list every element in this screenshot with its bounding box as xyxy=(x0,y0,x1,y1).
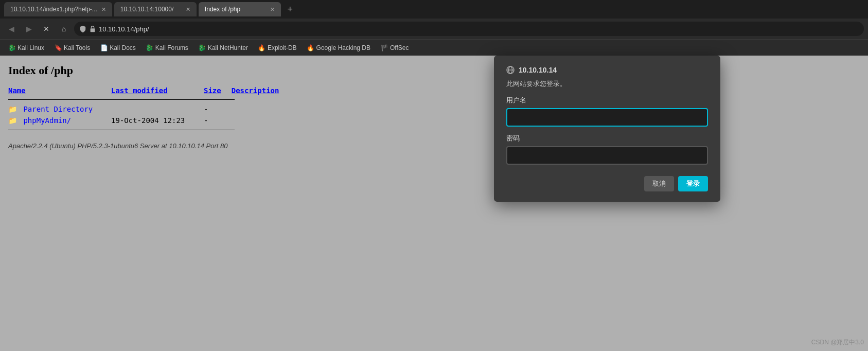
col-description[interactable]: Description xyxy=(232,85,290,96)
username-input[interactable] xyxy=(506,108,708,127)
page-title: Index of /php xyxy=(8,64,860,77)
bookmarks-bar: 🐉 Kali Linux 🔖 Kali Tools 📄 Kali Docs 🐉 … xyxy=(0,39,868,56)
bookmark-offsec-label: OffSec xyxy=(390,44,409,51)
bookmark-kali-forums[interactable]: 🐉 Kali Forums xyxy=(142,43,192,53)
auth-site-label: 10.10.10.14 xyxy=(519,66,557,74)
cancel-button[interactable]: 取消 xyxy=(644,176,674,191)
tab-bar: 10.10.10.14/index1.php?help-... ✕ 10.10.… xyxy=(0,0,868,19)
phpmyadmin-link[interactable]: phpMyAdmin/ xyxy=(23,116,71,125)
bookmark-kali-docs-label: Kali Docs xyxy=(110,44,136,51)
auth-subtitle: 此网站要求您登录。 xyxy=(506,79,708,89)
table-divider-bottom xyxy=(8,130,235,130)
bookmark-kali-nethunter[interactable]: 🐉 Kali NetHunter xyxy=(194,43,252,53)
address-bar[interactable]: 10.10.10.14/php/ xyxy=(74,22,864,36)
folder-icon: 📁 xyxy=(8,105,17,113)
bookmark-kali-tools-label: Kali Tools xyxy=(64,44,90,51)
phpmyadmin-modified: 19-Oct-2004 12:23 xyxy=(111,115,204,126)
username-label: 用户名 xyxy=(506,96,708,105)
auth-dialog: 10.10.10.14 此网站要求您登录。 用户名 密码 取消 登录 xyxy=(494,56,720,202)
stop-button[interactable]: ✕ xyxy=(39,22,54,36)
offsec-icon: 🏴 xyxy=(381,44,388,51)
tab-3-close[interactable]: ✕ xyxy=(270,6,275,13)
browser-chrome: 10.10.10.14/index1.php?help-... ✕ 10.10.… xyxy=(0,0,868,56)
directory-table: Name Last modified Size Description 📁 Pa… xyxy=(8,85,289,134)
bookmark-kali-docs[interactable]: 📄 Kali Docs xyxy=(96,43,140,53)
google-hacking-db-icon: 🔥 xyxy=(307,44,314,51)
svg-rect-0 xyxy=(91,28,95,32)
bookmark-google-hacking-db-label: Google Hacking DB xyxy=(316,44,370,51)
col-modified[interactable]: Last modified xyxy=(111,85,204,96)
parent-dir-size: - xyxy=(204,103,232,115)
col-name[interactable]: Name xyxy=(8,85,111,96)
kali-forums-icon: 🐉 xyxy=(146,44,153,51)
login-button[interactable]: 登录 xyxy=(678,176,708,191)
bookmark-kali-tools[interactable]: 🔖 Kali Tools xyxy=(50,43,94,53)
forward-icon: ▶ xyxy=(26,25,32,33)
tab-2-label: 10.10.10.14:10000/ xyxy=(120,6,173,13)
bookmark-kali-forums-label: Kali Forums xyxy=(155,44,188,51)
auth-header: 10.10.10.14 xyxy=(506,66,708,74)
server-info: Apache/2.2.4 (Ubuntu) PHP/5.2.3-1ubuntu6… xyxy=(8,142,860,150)
tab-2[interactable]: 10.10.10.14:10000/ ✕ xyxy=(114,2,197,16)
auth-buttons: 取消 登录 xyxy=(506,176,708,191)
table-divider-top xyxy=(8,99,235,100)
lock-icon xyxy=(90,25,96,32)
table-row: 📁 Parent Directory - xyxy=(8,103,289,115)
address-text: 10.10.10.14/php/ xyxy=(99,25,149,33)
security-icon xyxy=(79,25,86,32)
home-icon: ⌂ xyxy=(62,25,66,33)
password-label: 密码 xyxy=(506,134,708,143)
tab-3[interactable]: Index of /php ✕ xyxy=(199,2,281,16)
phpmyadmin-size: - xyxy=(204,115,232,126)
table-row: 📁 phpMyAdmin/ 19-Oct-2004 12:23 - xyxy=(8,115,289,126)
exploit-db-icon: 🔥 xyxy=(258,44,265,51)
tab-3-label: Index of /php xyxy=(205,6,240,13)
stop-icon: ✕ xyxy=(43,25,49,33)
parent-dir-modified xyxy=(111,103,204,115)
kali-linux-icon: 🐉 xyxy=(8,44,15,51)
bookmark-exploit-db[interactable]: 🔥 Exploit-DB xyxy=(254,43,301,53)
bookmark-exploit-db-label: Exploit-DB xyxy=(268,44,297,51)
bookmark-kali-linux[interactable]: 🐉 Kali Linux xyxy=(4,43,48,53)
page-content: Index of /php Name Last modified Size De… xyxy=(0,56,868,349)
tab-1-label: 10.10.10.14/index1.php?help-... xyxy=(10,6,97,13)
kali-docs-icon: 📄 xyxy=(100,44,108,51)
kali-nethunter-icon: 🐉 xyxy=(199,44,206,51)
home-button[interactable]: ⌂ xyxy=(57,22,71,36)
forward-button[interactable]: ▶ xyxy=(22,22,36,36)
password-input[interactable] xyxy=(506,146,708,165)
col-size[interactable]: Size xyxy=(204,85,232,96)
bookmark-google-hacking-db[interactable]: 🔥 Google Hacking DB xyxy=(303,43,375,53)
bookmark-kali-nethunter-label: Kali NetHunter xyxy=(208,44,248,51)
kali-tools-icon: 🔖 xyxy=(55,44,62,51)
tab-1[interactable]: 10.10.10.14/index1.php?help-... ✕ xyxy=(4,2,112,16)
tab-1-close[interactable]: ✕ xyxy=(101,6,106,13)
tab-2-close[interactable]: ✕ xyxy=(186,6,190,13)
parent-dir-cell: 📁 Parent Directory xyxy=(8,103,111,115)
nav-bar: ◀ ▶ ✕ ⌂ 10.10.10.14/php/ xyxy=(0,19,868,39)
new-tab-button[interactable]: + xyxy=(283,2,297,16)
back-icon: ◀ xyxy=(9,25,14,33)
back-button[interactable]: ◀ xyxy=(4,22,19,36)
globe-icon xyxy=(506,66,515,74)
phpmyadmin-cell: 📁 phpMyAdmin/ xyxy=(8,115,111,126)
parent-dir-link[interactable]: Parent Directory xyxy=(23,105,93,113)
folder-icon: 📁 xyxy=(8,116,17,125)
bookmark-kali-linux-label: Kali Linux xyxy=(17,44,44,51)
watermark: CSDN @郑居中3.0 xyxy=(811,338,864,347)
bookmark-offsec[interactable]: 🏴 OffSec xyxy=(377,43,413,53)
parent-dir-desc xyxy=(232,103,290,115)
phpmyadmin-desc xyxy=(232,115,290,126)
